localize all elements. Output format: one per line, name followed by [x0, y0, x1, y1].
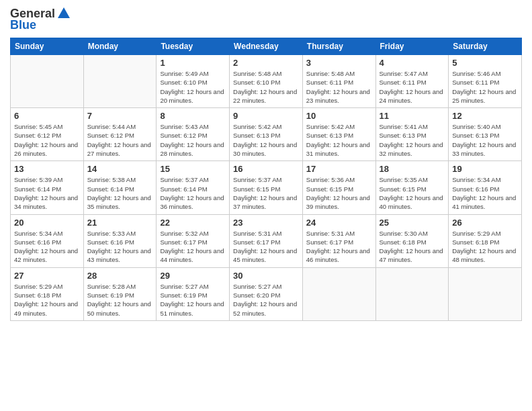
calendar-cell: 14Sunrise: 5:38 AMSunset: 6:14 PMDayligh… — [83, 161, 157, 214]
week-row-2: 6Sunrise: 5:45 AMSunset: 6:12 PMDaylight… — [11, 108, 522, 161]
day-info: Sunrise: 5:39 AMSunset: 6:14 PMDaylight:… — [14, 175, 80, 211]
calendar-cell — [11, 55, 84, 108]
day-number: 26 — [452, 218, 518, 228]
calendar-cell: 1Sunrise: 5:49 AMSunset: 6:10 PMDaylight… — [157, 55, 230, 108]
calendar-cell: 28Sunrise: 5:28 AMSunset: 6:19 PMDayligh… — [83, 267, 157, 320]
calendar-cell — [375, 267, 449, 320]
day-info: Sunrise: 5:28 AMSunset: 6:19 PMDaylight:… — [87, 282, 153, 318]
day-info: Sunrise: 5:43 AMSunset: 6:12 PMDaylight:… — [160, 122, 226, 158]
calendar-cell: 22Sunrise: 5:32 AMSunset: 6:17 PMDayligh… — [157, 214, 230, 267]
calendar-cell: 29Sunrise: 5:27 AMSunset: 6:19 PMDayligh… — [157, 267, 230, 320]
day-info: Sunrise: 5:35 AMSunset: 6:15 PMDaylight:… — [380, 175, 445, 211]
day-info: Sunrise: 5:44 AMSunset: 6:12 PMDaylight:… — [87, 122, 153, 158]
calendar-cell: 19Sunrise: 5:34 AMSunset: 6:16 PMDayligh… — [449, 161, 522, 214]
day-info: Sunrise: 5:48 AMSunset: 6:10 PMDaylight:… — [233, 69, 299, 105]
day-info: Sunrise: 5:48 AMSunset: 6:11 PMDaylight:… — [306, 69, 372, 105]
day-number: 8 — [160, 111, 226, 121]
calendar-cell: 8Sunrise: 5:43 AMSunset: 6:12 PMDaylight… — [157, 108, 230, 161]
dow-header-saturday: Saturday — [449, 38, 522, 55]
week-row-3: 13Sunrise: 5:39 AMSunset: 6:14 PMDayligh… — [11, 161, 522, 214]
calendar-cell: 16Sunrise: 5:37 AMSunset: 6:15 PMDayligh… — [230, 161, 303, 214]
day-number: 6 — [14, 111, 80, 121]
day-info: Sunrise: 5:29 AMSunset: 6:18 PMDaylight:… — [14, 282, 80, 318]
week-row-4: 20Sunrise: 5:34 AMSunset: 6:16 PMDayligh… — [11, 214, 522, 267]
day-info: Sunrise: 5:29 AMSunset: 6:18 PMDaylight:… — [452, 229, 518, 265]
day-number: 23 — [233, 218, 299, 228]
calendar-cell: 2Sunrise: 5:48 AMSunset: 6:10 PMDaylight… — [230, 55, 303, 108]
day-info: Sunrise: 5:31 AMSunset: 6:17 PMDaylight:… — [233, 229, 299, 265]
calendar-cell: 17Sunrise: 5:36 AMSunset: 6:15 PMDayligh… — [302, 161, 375, 214]
week-row-1: 1Sunrise: 5:49 AMSunset: 6:10 PMDaylight… — [11, 55, 522, 108]
day-number: 9 — [233, 111, 299, 121]
dow-header-monday: Monday — [83, 38, 157, 55]
day-info: Sunrise: 5:46 AMSunset: 6:11 PMDaylight:… — [452, 69, 518, 105]
day-number: 3 — [306, 58, 372, 68]
day-info: Sunrise: 5:37 AMSunset: 6:14 PMDaylight:… — [160, 175, 226, 211]
calendar-cell: 10Sunrise: 5:42 AMSunset: 6:13 PMDayligh… — [302, 108, 375, 161]
day-number: 20 — [14, 218, 80, 228]
day-number: 7 — [87, 111, 153, 121]
day-number: 18 — [380, 164, 445, 174]
calendar-cell: 13Sunrise: 5:39 AMSunset: 6:14 PMDayligh… — [11, 161, 84, 214]
day-number: 13 — [14, 164, 80, 174]
calendar-cell: 27Sunrise: 5:29 AMSunset: 6:18 PMDayligh… — [11, 267, 84, 320]
dow-header-friday: Friday — [375, 38, 449, 55]
day-info: Sunrise: 5:47 AMSunset: 6:11 PMDaylight:… — [380, 69, 445, 105]
day-info: Sunrise: 5:36 AMSunset: 6:15 PMDaylight:… — [306, 175, 372, 211]
day-number: 4 — [380, 58, 445, 68]
day-info: Sunrise: 5:40 AMSunset: 6:13 PMDaylight:… — [452, 122, 518, 158]
calendar-body: 1Sunrise: 5:49 AMSunset: 6:10 PMDaylight… — [11, 55, 522, 321]
day-info: Sunrise: 5:42 AMSunset: 6:13 PMDaylight:… — [233, 122, 299, 158]
day-info: Sunrise: 5:32 AMSunset: 6:17 PMDaylight:… — [160, 229, 226, 265]
day-info: Sunrise: 5:27 AMSunset: 6:19 PMDaylight:… — [160, 282, 226, 318]
calendar-cell — [449, 267, 522, 320]
calendar-cell: 5Sunrise: 5:46 AMSunset: 6:11 PMDaylight… — [449, 55, 522, 108]
day-info: Sunrise: 5:27 AMSunset: 6:20 PMDaylight:… — [233, 282, 299, 318]
calendar-cell: 30Sunrise: 5:27 AMSunset: 6:20 PMDayligh… — [230, 267, 303, 320]
day-number: 11 — [380, 111, 445, 121]
day-info: Sunrise: 5:41 AMSunset: 6:13 PMDaylight:… — [380, 122, 445, 158]
calendar: SundayMondayTuesdayWednesdayThursdayFrid… — [10, 38, 522, 321]
dow-header-thursday: Thursday — [302, 38, 375, 55]
day-number: 28 — [87, 271, 153, 281]
calendar-cell — [83, 55, 157, 108]
calendar-cell: 9Sunrise: 5:42 AMSunset: 6:13 PMDaylight… — [230, 108, 303, 161]
day-number: 10 — [306, 111, 372, 121]
day-info: Sunrise: 5:34 AMSunset: 6:16 PMDaylight:… — [452, 175, 518, 211]
calendar-cell: 15Sunrise: 5:37 AMSunset: 6:14 PMDayligh… — [157, 161, 230, 214]
day-number: 5 — [452, 58, 518, 68]
day-number: 29 — [160, 271, 226, 281]
dow-header-sunday: Sunday — [11, 38, 84, 55]
header: General Blue — [10, 7, 522, 32]
day-number: 24 — [306, 218, 372, 228]
day-number: 16 — [233, 164, 299, 174]
day-number: 17 — [306, 164, 372, 174]
day-number: 1 — [160, 58, 226, 68]
day-number: 15 — [160, 164, 226, 174]
day-info: Sunrise: 5:37 AMSunset: 6:15 PMDaylight:… — [233, 175, 299, 211]
dow-header-tuesday: Tuesday — [157, 38, 230, 55]
day-info: Sunrise: 5:34 AMSunset: 6:16 PMDaylight:… — [14, 229, 80, 265]
day-number: 22 — [160, 218, 226, 228]
day-info: Sunrise: 5:42 AMSunset: 6:13 PMDaylight:… — [306, 122, 372, 158]
svg-marker-0 — [58, 7, 70, 18]
day-number: 30 — [233, 271, 299, 281]
page: General Blue SundayMondayTuesdayWednesda… — [0, 0, 532, 411]
day-number: 21 — [87, 218, 153, 228]
calendar-cell: 21Sunrise: 5:33 AMSunset: 6:16 PMDayligh… — [83, 214, 157, 267]
calendar-cell: 25Sunrise: 5:30 AMSunset: 6:18 PMDayligh… — [375, 214, 449, 267]
logo: General Blue — [10, 7, 71, 32]
calendar-cell: 24Sunrise: 5:31 AMSunset: 6:17 PMDayligh… — [302, 214, 375, 267]
days-of-week-row: SundayMondayTuesdayWednesdayThursdayFrid… — [11, 38, 522, 55]
week-row-5: 27Sunrise: 5:29 AMSunset: 6:18 PMDayligh… — [11, 267, 522, 320]
day-info: Sunrise: 5:38 AMSunset: 6:14 PMDaylight:… — [87, 175, 153, 211]
calendar-cell: 7Sunrise: 5:44 AMSunset: 6:12 PMDaylight… — [83, 108, 157, 161]
day-info: Sunrise: 5:33 AMSunset: 6:16 PMDaylight:… — [87, 229, 153, 265]
day-info: Sunrise: 5:45 AMSunset: 6:12 PMDaylight:… — [14, 122, 80, 158]
calendar-cell: 3Sunrise: 5:48 AMSunset: 6:11 PMDaylight… — [302, 55, 375, 108]
calendar-cell: 11Sunrise: 5:41 AMSunset: 6:13 PMDayligh… — [375, 108, 449, 161]
day-number: 2 — [233, 58, 299, 68]
logo-icon — [56, 6, 71, 21]
day-number: 27 — [14, 271, 80, 281]
calendar-cell: 20Sunrise: 5:34 AMSunset: 6:16 PMDayligh… — [11, 214, 84, 267]
